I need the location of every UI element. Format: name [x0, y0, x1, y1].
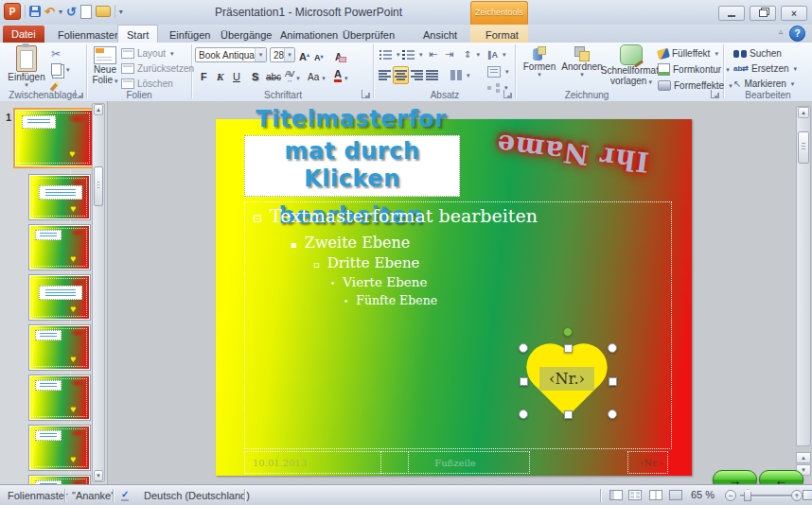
selection-handle-n[interactable]: [564, 344, 573, 353]
tab-folienmaster[interactable]: Folienmaster: [49, 26, 127, 43]
thumbnail-layout[interactable]: [29, 476, 90, 484]
layout-button[interactable]: Layout: [121, 46, 174, 61]
spellcheck-icon[interactable]: [121, 485, 129, 505]
new-document-icon[interactable]: [80, 5, 92, 19]
underline-button[interactable]: U: [233, 67, 240, 82]
text-direction-button[interactable]: [487, 47, 506, 61]
select-button[interactable]: Markieren: [733, 77, 794, 91]
help-icon[interactable]: [789, 26, 805, 42]
font-color-button[interactable]: A: [334, 67, 347, 82]
status-language[interactable]: Deutsch (Deutschland): [144, 485, 250, 505]
slide-number-placeholder[interactable]: ‹Nr.›: [539, 367, 594, 391]
selection-handle-w[interactable]: [520, 377, 528, 386]
redo-icon[interactable]: [66, 6, 77, 18]
quick-styles-button[interactable]: Schnellformat- vorlagen: [605, 44, 658, 87]
dialog-launcher-icon[interactable]: [503, 90, 512, 98]
thumbnail-layout[interactable]: [29, 175, 90, 219]
align-left-button[interactable]: [379, 68, 391, 82]
bullets-button[interactable]: [380, 47, 400, 61]
shape-outline-button[interactable]: Formkontur: [658, 62, 730, 77]
tab-ueberpruefen[interactable]: Überprüfen: [334, 26, 403, 43]
undo-icon[interactable]: [44, 6, 55, 18]
dropdown-icon[interactable]: [284, 48, 294, 61]
selection-handle-s[interactable]: [564, 410, 573, 419]
decrease-font-button[interactable]: A: [314, 47, 324, 62]
close-button[interactable]: [781, 6, 807, 21]
shapes-button[interactable]: Formen: [521, 46, 557, 78]
decrease-indent-button[interactable]: [429, 47, 437, 61]
slide-sorter-icon[interactable]: [628, 490, 642, 500]
replace-button[interactable]: Ersetzen: [733, 61, 797, 76]
zoom-slider-thumb[interactable]: [744, 489, 751, 501]
dialog-launcher-icon[interactable]: [75, 90, 83, 98]
align-right-button[interactable]: [411, 68, 423, 82]
font-name-combo[interactable]: Book Antiqua (Te: [195, 47, 267, 62]
justify-button[interactable]: [426, 68, 438, 82]
font-size-combo[interactable]: 28: [270, 47, 295, 62]
zoom-level[interactable]: 65 %: [691, 489, 715, 500]
text-shadow-button[interactable]: S: [252, 67, 258, 82]
previous-slide-icon[interactable]: ▲: [796, 452, 811, 463]
thumbnail-master-selected[interactable]: [15, 110, 93, 166]
collapse-ribbon-icon[interactable]: [779, 27, 783, 36]
align-center-button[interactable]: [393, 66, 409, 84]
scroll-up-icon[interactable]: ▲: [798, 107, 809, 118]
selection-handle-se[interactable]: [608, 409, 617, 419]
new-slide-button[interactable]: Neue Folie: [89, 46, 121, 86]
columns-button[interactable]: [450, 68, 470, 82]
normal-view-icon[interactable]: [609, 490, 623, 500]
shape-effects-button[interactable]: Formeffekte: [658, 78, 733, 93]
selection-handle-e[interactable]: [609, 377, 617, 386]
dropdown-icon[interactable]: [255, 48, 266, 61]
thumbnail-layout[interactable]: [29, 426, 90, 470]
selection-handle-sw[interactable]: [519, 409, 528, 419]
arrange-button[interactable]: Anordnen: [559, 46, 605, 78]
line-spacing-button[interactable]: [464, 47, 480, 61]
reading-view-icon[interactable]: [649, 490, 662, 500]
thumbnail-layout[interactable]: [29, 275, 90, 320]
character-spacing-button[interactable]: AV: [285, 67, 300, 82]
selection-handle-nw[interactable]: [519, 343, 528, 353]
fit-to-window-icon[interactable]: [803, 490, 812, 500]
italic-button[interactable]: K: [217, 67, 223, 82]
dialog-launcher-icon[interactable]: [711, 90, 719, 98]
powerpoint-icon[interactable]: [4, 3, 21, 20]
save-icon[interactable]: [29, 6, 41, 17]
tab-uebergaenge[interactable]: Übergänge: [212, 26, 280, 43]
numbering-button[interactable]: [402, 47, 423, 61]
number-placeholder[interactable]: ‹Nr.›: [627, 451, 668, 474]
tab-ansicht[interactable]: Ansicht: [415, 26, 466, 43]
increase-font-button[interactable]: A: [299, 47, 309, 62]
strikethrough-button[interactable]: abc: [266, 67, 281, 82]
slideshow-icon[interactable]: [669, 490, 682, 500]
selection-handle-ne[interactable]: [608, 343, 617, 353]
change-case-button[interactable]: Aa: [308, 67, 326, 82]
delete-button[interactable]: Löschen: [121, 77, 173, 91]
reset-button[interactable]: Zurücksetzen: [121, 61, 194, 76]
panel-scrollbar[interactable]: ▲ ▼: [92, 103, 105, 482]
bold-button[interactable]: F: [201, 67, 207, 82]
scrollbar-thumb[interactable]: [798, 131, 809, 164]
main-scrollbar[interactable]: ▲: [796, 106, 811, 446]
undo-dropdown-icon[interactable]: [59, 8, 62, 16]
zoom-in-icon[interactable]: +: [791, 490, 803, 501]
find-button[interactable]: Suchen: [733, 46, 782, 61]
restore-button[interactable]: [750, 6, 776, 21]
dialog-launcher-icon[interactable]: [362, 90, 370, 98]
tab-datei[interactable]: Datei: [3, 26, 44, 43]
thumbnail-layout[interactable]: [29, 375, 90, 420]
scroll-down-icon[interactable]: ▼: [94, 470, 103, 481]
minimize-button[interactable]: [718, 6, 745, 21]
align-text-button[interactable]: [487, 64, 509, 78]
scroll-up-icon[interactable]: ▲: [94, 104, 103, 115]
thumbnail-layout[interactable]: [29, 225, 90, 270]
tab-einfuegen[interactable]: Einfügen: [161, 26, 219, 43]
tab-start[interactable]: Start: [117, 25, 158, 44]
zoom-out-icon[interactable]: −: [725, 490, 736, 501]
rotation-handle[interactable]: [563, 327, 573, 337]
copy-button[interactable]: [51, 62, 70, 77]
wordart-ihr-name[interactable]: Ihr Name: [485, 114, 660, 191]
title-placeholder[interactable]: mat durch Klicken: [244, 135, 460, 197]
tab-format[interactable]: Format: [477, 26, 527, 43]
footer-placeholder[interactable]: Fußzeile: [380, 451, 530, 474]
